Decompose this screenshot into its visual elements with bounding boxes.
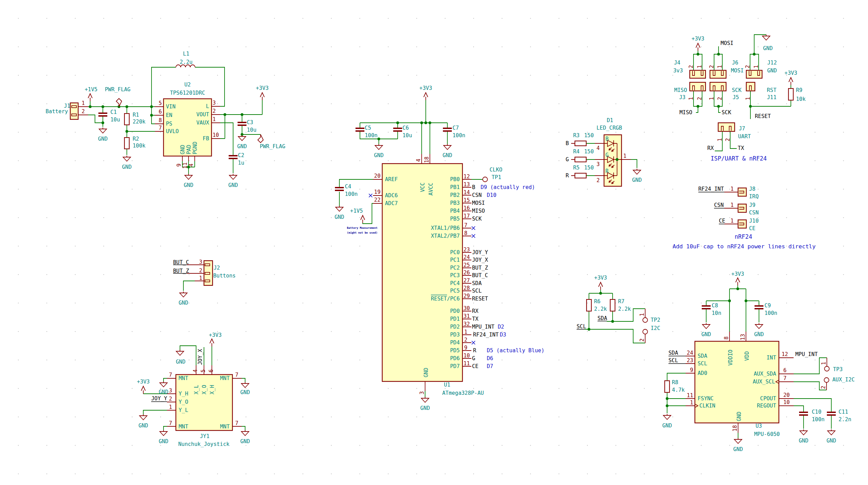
pin-number: 2 — [697, 97, 703, 100]
ref-label: TP2 — [651, 317, 660, 323]
pin-number: 3 — [596, 161, 600, 167]
pin-name: AD0 — [698, 370, 707, 376]
value-label: TPS61201DRC — [170, 90, 205, 96]
plus3v3-symbol — [424, 93, 428, 100]
pin-name: VDDIO — [727, 350, 734, 366]
pin-number: 1 — [731, 202, 734, 208]
ref-label: R1 — [133, 112, 139, 118]
ref-label: R7 — [618, 298, 625, 305]
imu-section: +3V3 C8 10n C9 100n GND GND 8 13 VDDIO V… — [662, 271, 855, 452]
plus3v3-symbol — [599, 282, 603, 290]
ref-label: J3 — [679, 94, 686, 100]
pin-number: 2 — [169, 396, 172, 402]
pin-name: FB — [203, 135, 209, 142]
pin-name: XTAL1/PB6 — [431, 225, 460, 231]
net-label: MISO — [472, 208, 485, 214]
pin-name: SDA — [698, 353, 708, 359]
value-label: 2.2k — [618, 306, 631, 312]
pin-number: 7 — [235, 372, 238, 378]
net-label: SDA — [668, 350, 678, 356]
pin-number: 2 — [213, 108, 216, 114]
pin-number: 2 — [464, 337, 467, 343]
pin-name: PD5 — [450, 347, 460, 354]
net-label: TX — [472, 316, 479, 322]
gnd-symbol — [663, 414, 671, 419]
pin-number: 1 — [688, 97, 694, 100]
pin-name: PD3 — [450, 332, 460, 338]
j6-header-body — [710, 70, 726, 78]
pin-name: PB2 — [450, 192, 460, 198]
pin-name: XTAL2/PB7 — [431, 233, 460, 239]
net-label: B — [566, 140, 569, 146]
gnd-symbol — [828, 429, 835, 435]
ref-label: C6 — [402, 125, 409, 131]
j8-header-body — [738, 188, 746, 196]
gnd-symbol — [241, 382, 249, 388]
gnd-label: GND — [138, 423, 148, 429]
pin-name: Y_H — [179, 391, 188, 397]
pin-number: 2 — [82, 108, 85, 115]
r5-resistor — [575, 173, 586, 178]
ref-label: C5 — [365, 125, 371, 131]
pin-name: PB0 — [450, 176, 460, 182]
annotation-note: D9 (actually red) — [481, 184, 535, 190]
gnd-label: GND — [179, 300, 188, 306]
value-label: 150 — [584, 132, 594, 139]
pin-number: 1 — [697, 65, 703, 68]
gnd-label: GND — [176, 359, 185, 365]
pin-number: 1 — [731, 186, 734, 192]
pin-name: EN — [166, 112, 172, 118]
pin-name: VOUT — [196, 111, 209, 118]
pin-number: 25 — [463, 262, 470, 268]
gnd-label: GND — [374, 152, 384, 158]
gnd-label: GND — [184, 182, 193, 188]
pin-number: 2 — [596, 177, 600, 184]
tp2-testpoint-pad — [643, 329, 648, 334]
net-label: TX — [738, 145, 744, 151]
ref-label: J5 — [733, 94, 739, 100]
ref-label: C2 — [238, 152, 244, 158]
pin-number: 8 — [723, 336, 730, 340]
junction-dot — [396, 121, 399, 124]
ref-label: J9 — [749, 202, 756, 208]
annotation-note: D7 — [487, 363, 493, 369]
net-label: JOY_Y — [472, 249, 488, 256]
pin-number: 19 — [374, 189, 381, 195]
net-label: SCL — [577, 323, 586, 330]
junction-dot — [420, 121, 423, 124]
pin-number: 26 — [463, 270, 470, 276]
led-section: D1 LED_CRGB R3 150 R4 150 R5 150 B G R B… — [566, 117, 642, 186]
ref-label: J11 — [767, 94, 776, 100]
r2-resistor — [124, 138, 129, 149]
ref-label: J8 — [749, 186, 756, 192]
gnd-symbol — [800, 429, 807, 435]
net-label: SCL — [668, 357, 678, 364]
pin-name: GND — [423, 368, 429, 377]
ref-label: J7 — [739, 126, 745, 132]
net-label: R — [566, 173, 569, 179]
net-label: +1V5 — [85, 86, 97, 93]
pin-name: MNT — [220, 424, 230, 430]
ref-label: C7 — [453, 125, 459, 131]
pin-number: 1 — [213, 116, 216, 122]
pin-number: 1 — [169, 404, 172, 410]
pin-number: 32 — [463, 321, 470, 327]
pin-name: GND — [180, 145, 186, 154]
pin-name: X_H — [209, 385, 215, 394]
junction-dot — [728, 299, 731, 302]
pin-number: 6 — [783, 367, 786, 374]
i2c-section: +3V3 R6 2.2k R7 2.2k SDA SCL 1 2 TP2 I2C — [577, 275, 660, 343]
c8-capacitor — [702, 306, 711, 309]
pin-number: 1 — [717, 138, 723, 141]
pin-number: 10 — [463, 353, 470, 359]
net-label: +3V3 — [256, 85, 268, 91]
pin-number: 20 — [374, 173, 381, 179]
pin-number: 11 — [182, 162, 188, 169]
gnd-label: GND — [827, 438, 836, 444]
r1-resistor — [124, 114, 129, 125]
buttons-wires — [183, 281, 195, 291]
r8-resistor — [665, 381, 670, 392]
ref-label: R9 — [796, 87, 803, 93]
pin-number: 23 — [463, 247, 470, 253]
isp-uart-section: +3V3 MOSI GND J4 3v3 J6 MOSI J12 GND MIS… — [673, 35, 806, 162]
